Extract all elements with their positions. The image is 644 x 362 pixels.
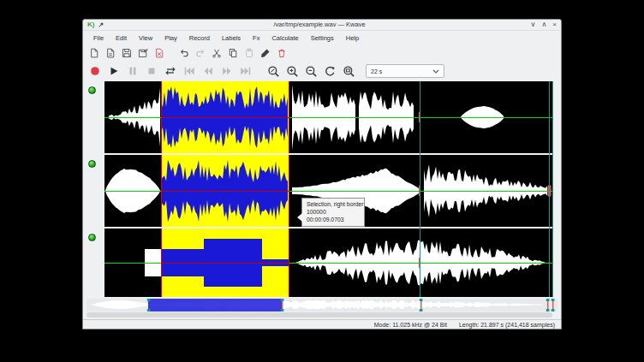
menu-view[interactable]: View	[134, 33, 158, 44]
menu-calculate[interactable]: Calculate	[266, 33, 303, 44]
file-toolbar	[83, 45, 561, 61]
menu-record[interactable]: Record	[184, 33, 215, 44]
tooltip-time: 00:00:09.0703	[307, 216, 361, 223]
undo-icon[interactable]	[177, 46, 190, 59]
maximize-button[interactable]: ∧	[541, 21, 546, 28]
record-icon[interactable]	[87, 64, 102, 79]
track3-led[interactable]	[88, 234, 96, 241]
overview-bar[interactable]	[86, 299, 558, 312]
chevron-down-icon	[432, 69, 439, 74]
file-save-as-icon[interactable]	[136, 46, 149, 59]
status-mode: Mode: 11.025 kHz @ 24 Bit	[374, 322, 447, 328]
skip-backward-icon[interactable]	[182, 64, 196, 79]
zoom-select-value: 22 s	[371, 68, 432, 74]
forward-icon[interactable]	[219, 64, 234, 79]
zoom-all-icon[interactable]	[342, 64, 356, 79]
zoom-out-icon[interactable]	[304, 64, 319, 79]
track1-led[interactable]	[88, 86, 96, 94]
zoom-in-icon[interactable]	[285, 64, 300, 79]
paste-icon[interactable]	[242, 46, 255, 59]
file-new-icon[interactable]	[87, 46, 100, 59]
selection-tooltip: Selection, right border 100000 00:00:09.…	[301, 198, 365, 227]
tooltip-title: Selection, right border	[307, 200, 361, 208]
stop-icon[interactable]	[144, 64, 158, 79]
cut-icon[interactable]	[210, 46, 223, 59]
crayon-icon[interactable]	[259, 46, 271, 59]
loop-icon[interactable]	[163, 64, 177, 79]
pause-icon[interactable]	[125, 64, 140, 79]
minimize-button[interactable]: ∨	[531, 21, 536, 28]
app-icon: K)	[87, 21, 94, 28]
copy-icon[interactable]	[226, 46, 239, 59]
menu-fx[interactable]: Fx	[247, 33, 265, 44]
menu-file[interactable]: File	[88, 33, 109, 44]
zoom-selection-icon[interactable]	[266, 64, 281, 79]
file-close-icon[interactable]	[152, 46, 165, 59]
zoom-revert-icon[interactable]	[323, 64, 337, 79]
file-open-icon[interactable]	[104, 46, 116, 59]
rewind-icon[interactable]	[200, 64, 215, 79]
track-controls-column	[83, 81, 104, 297]
window-title: /var/tmp/example.wav — Kwave	[108, 21, 530, 28]
close-button[interactable]: ×	[552, 21, 557, 28]
file-save-icon[interactable]	[120, 46, 133, 59]
zoom-select[interactable]: 22 s	[366, 64, 444, 78]
tracks-column: Selection, right border 100000 00:00:09.…	[104, 81, 553, 297]
delete-icon[interactable]	[275, 46, 288, 59]
status-length: Length: 21.897 s (241,418 samples)	[459, 322, 555, 328]
cursor-line	[420, 81, 420, 297]
scrollbar-track	[83, 312, 561, 319]
tooltip-samples: 100000	[307, 208, 361, 216]
track2-led[interactable]	[88, 160, 96, 168]
play-icon[interactable]	[106, 64, 121, 79]
tooltip-arrow	[297, 213, 302, 222]
menu-labels[interactable]: Labels	[217, 33, 246, 44]
playback-toolbar: 22 s	[83, 61, 561, 81]
end-line-2	[552, 81, 553, 297]
menu-edit[interactable]: Edit	[110, 33, 132, 44]
menu-help[interactable]: Help	[341, 33, 364, 44]
track3-waveform[interactable]	[104, 228, 553, 297]
redo-icon[interactable]	[194, 46, 206, 59]
menu-play[interactable]: Play	[159, 33, 182, 44]
skip-forward-icon[interactable]	[238, 64, 253, 79]
end-line-1	[549, 81, 550, 297]
pin-icon[interactable]	[98, 21, 104, 28]
menubar: File Edit View Play Record Labels Fx Cal…	[83, 31, 561, 45]
signal-area: Selection, right border 100000 00:00:09.…	[83, 81, 561, 297]
track1-waveform[interactable]	[104, 81, 553, 153]
statusbar: Mode: 11.025 kHz @ 24 Bit Length: 21.897…	[83, 319, 561, 329]
titlebar[interactable]: K) /var/tmp/example.wav — Kwave ∨ ∧ ×	[83, 20, 561, 31]
horizontal-scrollbar[interactable]	[86, 312, 552, 317]
menu-settings[interactable]: Settings	[306, 33, 339, 44]
kwave-window: K) /var/tmp/example.wav — Kwave ∨ ∧ × Fi…	[82, 19, 562, 329]
